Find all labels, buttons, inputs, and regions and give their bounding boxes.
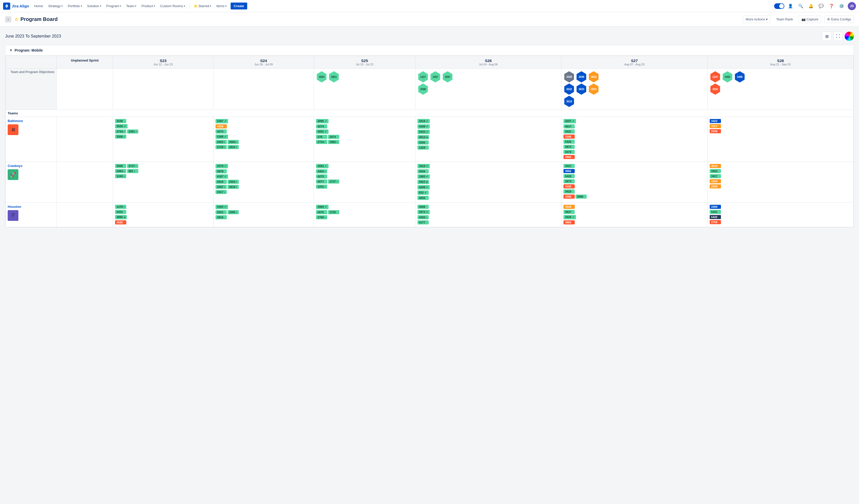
card-2735[interactable]: 2735 [328, 210, 339, 214]
card-2938[interactable]: 2938 [710, 129, 721, 133]
card-3421a[interactable]: 3421 [563, 129, 575, 133]
card-5426c[interactable]: 5426 [710, 215, 721, 219]
card-3927[interactable]: 3927 [563, 210, 575, 214]
objective-3594[interactable]: 3594 [316, 71, 327, 82]
card-3973a[interactable]: 3973 [563, 145, 575, 149]
card-3419b[interactable]: 3419 ✓ [418, 164, 430, 168]
card-3978[interactable]: 3978 [215, 169, 227, 173]
card-2815[interactable]: 2815 ‹ [228, 145, 239, 149]
card-378[interactable]: 378 [316, 135, 327, 139]
card-5433[interactable]: 5433 ✓ [418, 130, 430, 134]
card-4208a[interactable]: 4208 ✓ [418, 124, 430, 129]
card-4353[interactable]: 4353 ‹ [316, 169, 327, 173]
card-2865[interactable]: 2865 [563, 155, 575, 159]
app-logo[interactable]: Jira Align [3, 2, 29, 10]
objective-3603[interactable]: 3603 [576, 83, 587, 95]
card-3890[interactable]: 3890 ◂ [115, 215, 127, 219]
card-2729[interactable]: 2729 ‹ [215, 145, 227, 149]
card-5387[interactable]: 5387 ✓ [215, 119, 228, 123]
cowboys-team-name[interactable]: Cowboys [7, 164, 55, 168]
extra-configs-button[interactable]: ⚙ Extra Configs [824, 16, 854, 23]
card-2899[interactable]: 2899 [710, 184, 721, 188]
card-4208b[interactable]: 4208 ✓ [418, 185, 430, 189]
card-3417[interactable]: 3417 [710, 174, 721, 178]
card-2675[interactable]: 2675 [316, 210, 327, 214]
nav-program[interactable]: Program▾ [104, 3, 123, 9]
card-4052[interactable]: 4052 ✓ [316, 129, 329, 134]
card-4379[interactable]: 4379 ✓ [215, 164, 228, 168]
card-3960[interactable]: 3960 ✓ [316, 205, 329, 209]
favorite-star[interactable]: ☆ [14, 17, 18, 22]
card-1638[interactable]: 1638 [115, 119, 126, 123]
layout-icon-btn[interactable]: ⊞ [822, 32, 831, 41]
program-header[interactable]: ▼ Program: Mobile [5, 45, 854, 56]
nav-starred[interactable]: ⭐Starred▾ [192, 3, 213, 9]
objective-3602[interactable]: 3602 [563, 83, 575, 95]
card-3489[interactable]: 3489 [710, 205, 721, 209]
card-4056a[interactable]: 4056 [418, 196, 429, 200]
card-4273[interactable]: 4273 [215, 129, 227, 133]
card-1554[interactable]: 1554 [710, 179, 721, 183]
card-2464[interactable]: 2464 ‹ [115, 169, 126, 173]
card-1983[interactable]: 1983 ✓ [418, 174, 430, 179]
objective-3598[interactable]: 3598 [418, 83, 429, 95]
card-4024[interactable]: 4024 [710, 164, 721, 168]
team-rank-button[interactable]: Team Rank [774, 16, 796, 23]
theme-toggle[interactable] [774, 3, 784, 9]
card-4302[interactable]: 4302 ‹ [418, 215, 429, 219]
card-2816[interactable]: 2816 [215, 215, 227, 219]
nav-home[interactable]: Home [32, 3, 45, 9]
capture-button[interactable]: 📷 Capture [799, 16, 821, 23]
houston-team-name[interactable]: Houston [7, 205, 55, 209]
card-3526[interactable]: 3526 [418, 169, 429, 173]
card-2677[interactable]: 2677 [316, 179, 327, 184]
card-2724[interactable]: 2724 ‹ [115, 129, 126, 133]
card-4273b[interactable]: 4273 [316, 174, 327, 178]
objective-3597[interactable]: 3597 [442, 71, 453, 82]
help-icon[interactable]: ❓ [827, 2, 835, 10]
card-2417[interactable]: 2417 › [215, 190, 227, 194]
card-3973b[interactable]: 3973 [563, 179, 575, 183]
settings-icon[interactable]: ⚙️ [838, 2, 846, 10]
card-4207[interactable]: 4207 ✓ [563, 119, 576, 123]
baltimore-team-name[interactable]: Baltimore [7, 119, 55, 123]
card-2818a[interactable]: 2818 [215, 180, 227, 184]
card-5426a[interactable]: 5426 [563, 140, 575, 144]
card-5388[interactable]: 5388 ✓ [215, 135, 228, 139]
nav-strategy[interactable]: Strategy▾ [46, 3, 64, 9]
objective-1327[interactable]: 1327 [418, 71, 429, 82]
card-2626b[interactable]: 2626 [115, 220, 126, 224]
card-4052b[interactable]: 4052 ✓ [316, 164, 329, 168]
card-4177[interactable]: 4177 [418, 220, 429, 224]
color-wheel-btn[interactable] [845, 32, 854, 41]
search-icon[interactable]: 🔍 [797, 2, 805, 10]
card-832[interactable]: 832 ✓ [418, 190, 429, 195]
card-2506[interactable]: 2506 ‹ [115, 135, 126, 139]
create-button[interactable]: Create [230, 2, 247, 10]
card-5431[interactable]: 5431 [710, 210, 721, 214]
card-4187[interactable]: 4187 ✓ [215, 174, 228, 179]
card-1080[interactable]: 1080 [563, 194, 575, 199]
card-2509[interactable]: 2509 [115, 164, 126, 168]
card-2626[interactable]: 2626 ✓ [115, 124, 127, 128]
card-2727[interactable]: 2727 ‹ [127, 164, 138, 168]
card-5478[interactable]: 5478 [563, 150, 575, 154]
objective-3600[interactable]: 3600 [588, 71, 599, 82]
card-3422b[interactable]: 3422 [710, 169, 721, 173]
card-3166b[interactable]: 3166 [563, 184, 575, 188]
sidebar-toggle[interactable]: › [5, 16, 11, 22]
card-3419a[interactable]: 3419 ✓ [418, 119, 430, 123]
objective-3502[interactable]: 3502 [710, 83, 721, 95]
notifications-icon[interactable]: 🔔 [807, 2, 815, 10]
objective-1457[interactable]: 1457 [430, 71, 441, 82]
card-2885[interactable]: 2885 [575, 194, 587, 199]
card-1243[interactable]: 1243 › [115, 174, 126, 178]
user-icon[interactable]: 👤 [786, 2, 795, 10]
card-2882[interactable]: 2882 › [328, 140, 339, 144]
card-4017[interactable]: 4017 [563, 124, 575, 128]
card-3431[interactable]: 3431 [115, 210, 126, 214]
objective-3599b[interactable]: 3599 [576, 71, 587, 82]
card-5393[interactable]: 5393 ✓ [215, 205, 228, 209]
nav-custom-rooms[interactable]: Custom Rooms▾ [158, 3, 187, 9]
card-4056b[interactable]: 4056 [418, 205, 429, 209]
